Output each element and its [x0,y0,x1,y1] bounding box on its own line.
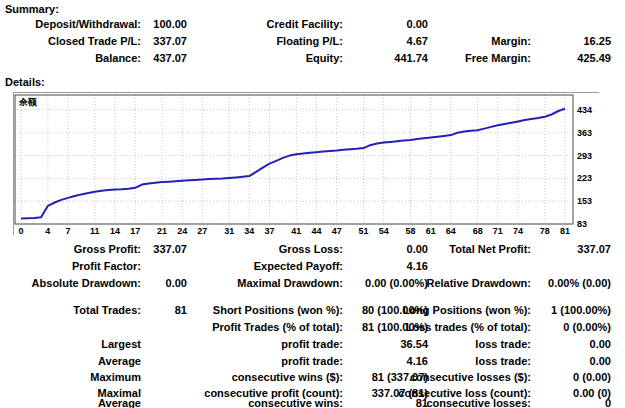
plot-area [15,95,573,224]
x-tick-label: 14 [110,226,120,235]
table-row: Profit Factor:Expected Payoff:4.16 [0,259,625,274]
x-tick-label: 58 [406,226,416,235]
x-tick-label: 51 [359,226,369,235]
stat-label: consecutive losses: [426,396,531,408]
stat-value: 16.25 [583,34,611,49]
mt4-statement-report: { "summary": { "title": "Summary:", "row… [0,0,625,408]
stat-value: 441.74 [394,51,428,66]
stat-value: 0 (0.00%) [563,320,611,335]
stat-value: 1 (100.00%) [551,303,611,318]
table-row: Averageprofit trade:4.16loss trade:0.00 [0,354,625,369]
summary-title: Summary: [5,3,59,15]
stat-label: Equity: [306,51,343,66]
y-tick-label: 83 [577,219,587,229]
table-row: Balance:437.07Equity:441.74Free Margin:4… [0,51,625,66]
table-row: Largestprofit trade:36.54loss trade:0.00 [0,337,625,352]
stat-label: Total Net Profit: [449,242,531,257]
stat-value: 81 [175,303,187,318]
stat-label: Balance: [95,51,141,66]
stat-label: Margin: [491,34,531,49]
stat-value: 337.07 [153,242,187,257]
x-tick-label: 78 [540,226,550,235]
stat-label: Profit Factor: [72,259,141,274]
stat-label: Credit Facility: [267,17,343,32]
table-row: Gross Profit:337.07Gross Loss:0.00Total … [0,242,625,257]
x-tick-label: 24 [177,226,187,235]
stat-value: 4.16 [407,259,428,274]
stat-label: Maximum [90,370,141,385]
stat-label: Gross Profit: [74,242,141,257]
x-tick-label: 47 [332,226,342,235]
x-tick-label: 81 [560,226,570,235]
stat-label: consecutive losses ($): [410,370,531,385]
stat-value: 4.67 [407,34,428,49]
y-tick-label: 363 [577,128,592,138]
stat-label: Floating P/L: [276,34,343,49]
x-tick-label: 68 [473,226,483,235]
stat-label: Total Trades: [73,303,141,318]
table-row: Absolute Drawdown:0.00Maximal Drawdown:0… [0,276,625,291]
stat-label: Deposit/Withdrawal: [35,17,141,32]
stat-label: Gross Loss: [279,242,343,257]
balance-chart-svg: 0471114172124273134374144475154586164687… [14,93,599,235]
table-row: Closed Trade P/L:337.07Floating P/L:4.67… [0,34,625,49]
stat-value: 337.07 [577,242,611,257]
stat-label: Largest [101,337,141,352]
x-tick-label: 11 [90,226,100,235]
x-tick-label: 31 [224,226,234,235]
table-row: Profit Trades (% of total):81 (100.00%)L… [0,320,625,335]
stat-value: 36.54 [400,337,428,352]
x-tick-label: 27 [197,226,207,235]
x-tick-label: 17 [130,226,140,235]
x-tick-label: 21 [157,226,167,235]
stat-label: Closed Trade P/L: [48,34,141,49]
stat-value: 0.00 [590,354,611,369]
table-row: Averageconsecutive wins:81consecutive lo… [0,396,625,408]
stat-label: loss trade: [475,354,531,369]
stat-value: 337.07 [153,34,187,49]
y-tick-label: 434 [577,105,592,115]
stat-label: loss trade: [475,337,531,352]
stat-value: 425.49 [577,51,611,66]
x-tick-label: 54 [379,226,389,235]
table-row: Maximumconsecutive wins ($):81 (337.07)c… [0,370,625,385]
x-tick-label: 41 [291,226,301,235]
stat-value: 437.07 [153,51,187,66]
y-tick-label: 293 [577,151,592,161]
stat-value: 100.00 [153,17,187,32]
stat-label: Short Positions (won %): [213,303,343,318]
stat-label: Profit Trades (% of total): [212,320,343,335]
x-tick-label: 64 [446,226,456,235]
stat-label: Loss trades (% of total): [406,320,531,335]
stat-label: Relative Drawdown: [426,276,531,291]
stat-label: Long Positions (won %): [403,303,531,318]
chart-legend-label: 余额 [18,97,37,107]
stat-label: consecutive wins: [248,396,343,408]
stat-label: consecutive wins ($): [232,370,343,385]
y-tick-label: 153 [577,196,592,206]
stat-value: 0.00 (0.00%) [365,276,428,291]
x-tick-label: 34 [244,226,254,235]
stat-value: 0.00 [590,337,611,352]
stat-label: Expected Payoff: [254,259,343,274]
stat-label: Absolute Drawdown: [32,276,141,291]
x-tick-label: 61 [426,226,436,235]
stat-label: profit trade: [281,337,343,352]
x-tick-label: 0 [18,226,23,235]
stat-label: Maximal Drawdown: [237,276,343,291]
stat-value: 0.00 [166,276,187,291]
x-tick-label: 71 [493,226,503,235]
table-row: Total Trades:81Short Positions (won %):8… [0,303,625,318]
stat-label: Average [98,354,141,369]
stat-label: Average [98,396,141,408]
x-tick-label: 44 [311,226,321,235]
details-title: Details: [5,76,45,88]
x-tick-label: 74 [513,226,523,235]
stat-value: 4.16 [407,354,428,369]
stat-value: 0.00 [407,17,428,32]
balance-chart: 0471114172124273134374144475154586164687… [13,92,599,235]
stat-value: 0.00% (0.00) [548,276,611,291]
stat-value: 0 (0.00) [573,370,611,385]
y-tick-label: 223 [577,173,592,183]
x-tick-label: 7 [66,226,71,235]
